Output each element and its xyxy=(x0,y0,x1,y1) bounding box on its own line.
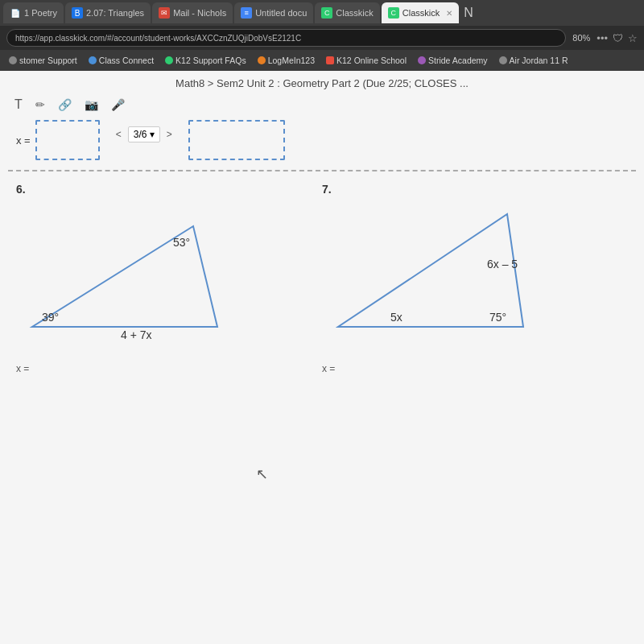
pen-tool-button[interactable]: ✏ xyxy=(34,97,47,113)
triangle-6-container: 53° 39° 4 + 7x xyxy=(16,202,225,347)
problem-6-number: 6. xyxy=(16,183,322,196)
image-tool-button[interactable]: 📷 xyxy=(83,97,100,113)
answer-label-top: x = xyxy=(16,134,31,147)
side-4plus7x-label: 4 + 7x xyxy=(121,328,152,341)
bookmark-airjordan[interactable]: Air Jordan 11 R xyxy=(495,54,572,67)
bookmark-logmein[interactable]: LogMeIn123 xyxy=(254,54,319,67)
side-5x-label: 5x xyxy=(390,311,402,324)
tab-label-triangles: 2.07: Triangles xyxy=(86,8,144,18)
answer-7-label: x = xyxy=(322,363,335,374)
star-icon[interactable]: ☆ xyxy=(628,32,638,44)
tab-bar: 📄 1 Poetry B 2.07: Triangles ✉ Mail - Ni… xyxy=(0,0,644,26)
bookmark-icon-logmein xyxy=(258,56,266,64)
side-6xminus5-label: 6x – 5 xyxy=(487,258,518,270)
tab-docs[interactable]: ≡ Untitled docu xyxy=(234,2,313,23)
bookmark-icon-stride xyxy=(418,56,426,64)
address-text: https://app.classkick.com/#/account/stud… xyxy=(15,34,301,43)
bookmark-icon-airjordan xyxy=(499,56,507,64)
menu-dots-icon[interactable]: ••• xyxy=(597,32,608,44)
address-input[interactable]: https://app.classkick.com/#/account/stud… xyxy=(6,29,566,47)
problems-area: 6. 53° 39° 4 + 7x 7. xyxy=(0,175,644,355)
bookmark-classconnect[interactable]: Class Connect xyxy=(85,54,158,67)
answer-6-label: x = xyxy=(16,363,29,374)
answers-row: x = x = xyxy=(0,355,644,382)
angle-75-label: 75° xyxy=(489,311,506,324)
page-dropdown[interactable]: 3/6 ▾ xyxy=(128,126,160,142)
page-current: 3/6 xyxy=(134,129,147,140)
bookmark-stride[interactable]: Stride Academy xyxy=(414,54,492,67)
address-bar: https://app.classkick.com/#/account/stud… xyxy=(0,26,644,50)
bookmark-icon-support xyxy=(9,56,17,64)
page-header: Math8 > Sem2 Unit 2 : Geometry Part 2 (D… xyxy=(0,71,644,93)
link-tool-button[interactable]: 🔗 xyxy=(56,97,73,113)
triangle-7-svg: 6x – 5 5x 75° xyxy=(322,202,531,343)
problem-7-number: 7. xyxy=(322,183,628,196)
tab-classkick1[interactable]: C Classkick xyxy=(315,2,379,23)
cursor-arrow: ↖ xyxy=(256,465,268,483)
text-tool-button[interactable]: T xyxy=(13,96,24,114)
tab-icon-classkick2: C xyxy=(388,7,399,19)
shield-icon: 🛡 xyxy=(613,32,623,44)
bookmark-k12online[interactable]: K12 Online School xyxy=(322,54,411,67)
answer-6-item: x = xyxy=(16,363,322,374)
prev-page-button[interactable]: < xyxy=(116,129,122,140)
bookmark-label-airjordan: Air Jordan 11 R xyxy=(510,56,568,65)
tab-icon-triangles: B xyxy=(72,7,83,19)
new-tab-button[interactable]: N xyxy=(464,6,473,20)
answer-input-top[interactable] xyxy=(35,120,100,160)
bookmark-label-support: stomer Support xyxy=(19,56,77,65)
tab-label-classkick1: Classkick xyxy=(336,8,373,18)
audio-tool-button[interactable]: 🎤 xyxy=(109,97,126,113)
tab-label-mail: Mail - Nichols xyxy=(173,8,226,18)
browser-chrome: 📄 1 Poetry B 2.07: Triangles ✉ Mail - Ni… xyxy=(0,0,644,71)
tab-icon-poetry: 📄 xyxy=(10,7,21,19)
triangle-6-svg: 53° 39° 4 + 7x xyxy=(16,202,225,343)
section-divider xyxy=(8,170,636,171)
answer-7-item: x = xyxy=(322,363,628,374)
content-area: Math8 > Sem2 Unit 2 : Geometry Part 2 (D… xyxy=(0,71,644,644)
bookmark-icon-classconnect xyxy=(89,56,97,64)
tab-triangles[interactable]: B 2.07: Triangles xyxy=(65,2,151,23)
answer-area: x = < 3/6 ▾ > xyxy=(0,117,644,167)
tab-icon-mail: ✉ xyxy=(159,7,170,19)
bookmark-support[interactable]: stomer Support xyxy=(5,54,81,67)
bookmarks-bar: stomer Support Class Connect K12 Support… xyxy=(0,50,644,71)
zoom-level: 80% xyxy=(572,33,590,43)
toolbar: T ✏ 🔗 📷 🎤 xyxy=(0,93,644,117)
tab-icon-docs: ≡ xyxy=(241,7,252,19)
tab-label-docs: Untitled docu xyxy=(255,8,307,18)
tab-icon-classkick1: C xyxy=(321,7,332,19)
tab-label-poetry: 1 Poetry xyxy=(24,8,57,18)
bookmark-label-logmein: LogMeIn123 xyxy=(268,56,315,65)
tab-poetry[interactable]: 📄 1 Poetry xyxy=(3,2,64,23)
tab-classkick2[interactable]: C Classkick ✕ xyxy=(382,2,459,23)
triangle-7-container: 6x – 5 5x 75° xyxy=(322,202,531,347)
page-dropdown-arrow: ▾ xyxy=(150,129,155,140)
problem-6: 6. 53° 39° 4 + 7x xyxy=(16,183,322,347)
nav-controls: < 3/6 ▾ > xyxy=(116,126,172,142)
bookmark-label-classconnect: Class Connect xyxy=(99,56,154,65)
bookmark-label-k12online: K12 Online School xyxy=(336,56,407,65)
next-page-button[interactable]: > xyxy=(167,129,172,140)
bookmark-icon-k12faq xyxy=(165,56,173,64)
tab-close-icon[interactable]: ✕ xyxy=(446,9,452,18)
angle-53-label: 53° xyxy=(173,236,190,249)
angle-39-label: 39° xyxy=(42,311,59,324)
answer-box-wrapper-top: x = xyxy=(16,120,100,160)
bookmark-icon-k12online xyxy=(326,56,334,64)
page-title: Math8 > Sem2 Unit 2 : Geometry Part 2 (D… xyxy=(175,77,469,89)
address-icons: ••• 🛡 ☆ xyxy=(597,32,638,44)
tab-mail[interactable]: ✉ Mail - Nichols xyxy=(152,2,233,23)
bookmark-label-k12faq: K12 Support FAQs xyxy=(175,56,246,65)
problem-7: 7. 6x – 5 5x 75° xyxy=(322,183,628,347)
tab-label-classkick2: Classkick xyxy=(402,8,440,18)
answer-input-top-right[interactable] xyxy=(188,120,285,160)
triangle-7-shape xyxy=(338,214,523,327)
bookmark-k12faq[interactable]: K12 Support FAQs xyxy=(161,54,250,67)
bookmark-label-stride: Stride Academy xyxy=(428,56,488,65)
